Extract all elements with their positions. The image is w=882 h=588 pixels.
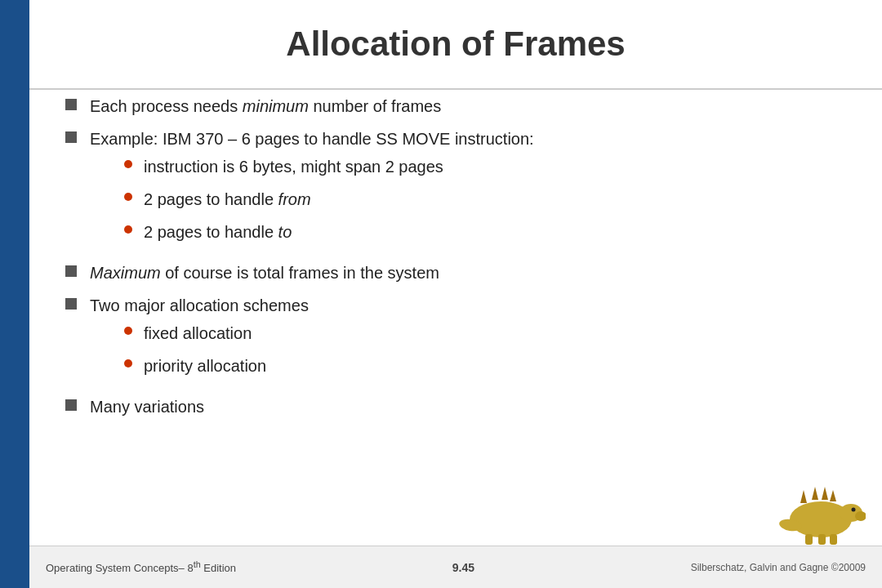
bullet-2-content: Example: IBM 370 – 6 pages to handle SS … [90,127,534,252]
svg-rect-17 [805,534,813,545]
svg-marker-12 [800,490,807,503]
sub-bullet-2-3: 2 pages to handle to [124,220,534,244]
slide-title: Allocation of Frames [286,24,625,64]
bullet-item-5: Many variations [65,394,849,419]
slide-footer: Operating System Concepts– 8th Edition 9… [29,546,882,588]
sub-bullet-circle-3 [124,225,132,234]
footer-page-number: 9.45 [452,561,474,574]
sub-bullet-2-2: 2 pages to handle from [124,187,534,212]
sub-bullets-4: fixed allocation priority allocation [124,321,309,378]
sub-bullet-2-1: instruction is 6 bytes, might span 2 pag… [124,154,534,179]
sub-bullet-circle-4-2 [124,359,132,368]
sub-bullet-4-2-text: priority allocation [144,354,266,378]
svg-marker-15 [830,490,836,501]
bullet-square-1 [65,99,77,110]
bullet-square-2 [65,131,77,143]
sub-bullet-4-1-text: fixed allocation [144,321,252,345]
svg-point-8 [790,501,852,537]
footer-left-text: Operating System Concepts– 8th Edition [46,559,236,574]
svg-rect-19 [830,534,837,545]
bullet-square-4 [65,298,77,310]
sub-bullet-2-3-text: 2 pages to handle to [144,220,292,244]
sub-bullet-circle-4-1 [124,327,132,335]
sub-bullet-4-2: priority allocation [124,354,309,378]
footer-copyright: Silberschatz, Galvin and Gagne ©20009 [691,562,866,573]
bullet-3-text: Maximum of course is total frames in the… [90,261,439,285]
sub-bullet-2-1-text: instruction is 6 bytes, might span 2 pag… [144,154,443,179]
svg-marker-13 [812,487,818,500]
bullet-2-text: Example: IBM 370 – 6 pages to handle SS … [90,130,534,148]
bullet-item-1: Each process needs minimum number of fra… [65,94,849,118]
slide-header: Allocation of Frames [29,0,882,90]
svg-point-11 [852,508,856,512]
sub-bullet-2-2-text: 2 pages to handle from [144,187,311,212]
slide-content: Each process needs minimum number of fra… [65,94,849,539]
sidebar-accent [0,0,29,588]
bullet-item-3: Maximum of course is total frames in the… [65,261,849,285]
sub-bullet-circle-1 [124,160,132,168]
dino-bottom-image [776,480,866,546]
svg-marker-14 [822,487,828,500]
bullet-square-5 [65,399,77,411]
bullet-1-text: Each process needs minimum number of fra… [90,94,441,118]
bullet-4-content: Two major allocation schemes fixed alloc… [90,293,309,386]
svg-rect-18 [818,534,826,545]
bullet-square-3 [65,265,77,277]
bullet-item-2: Example: IBM 370 – 6 pages to handle SS … [65,127,849,252]
sub-bullet-4-1: fixed allocation [124,321,309,345]
sub-bullets-2: instruction is 6 bytes, might span 2 pag… [124,154,534,244]
bullet-item-4: Two major allocation schemes fixed alloc… [65,293,849,386]
bullet-4-text: Two major allocation schemes [90,296,309,314]
sub-bullet-circle-2 [124,193,132,201]
bullet-5-text: Many variations [90,394,204,419]
